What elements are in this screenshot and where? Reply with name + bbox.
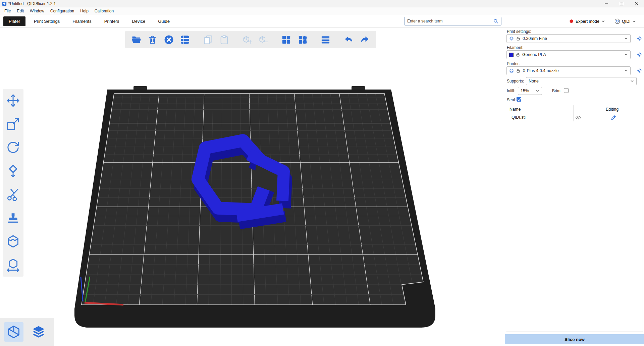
seal-checkbox[interactable] [517,97,521,102]
tab-bar: Plater Print Settings Filaments Printers… [0,15,644,28]
printer-label: Printer: [507,61,520,66]
chevron-down-icon [624,69,628,72]
undo-button[interactable] [342,33,355,47]
build-plate-scene[interactable] [0,28,505,346]
split-to-objects-icon [281,35,291,45]
viewport-3d[interactable] [0,28,505,346]
search-icon [493,19,498,24]
filament-select[interactable]: Generic PLA [506,50,631,59]
menu-configuration[interactable]: Configuration [47,7,77,15]
split-to-parts-button[interactable] [296,33,309,47]
chevron-down-icon [624,37,628,40]
redo-icon [360,35,370,45]
gear-icon [509,36,514,41]
tab-plater[interactable]: Plater [3,16,25,26]
infill-label: Infill: [507,89,515,93]
place-on-face-icon [6,164,20,178]
move-button[interactable] [4,92,22,110]
copy-icon [203,35,213,45]
rotate-icon [6,140,20,155]
qidi-account-icon [614,18,620,24]
lock-icon [516,68,521,73]
print-settings-label: Print settings: [507,29,531,34]
settings-sidebar: Print settings: 0.20mm Fine Filament: Ge… [505,28,644,346]
split-to-parts-icon [298,35,308,45]
app-icon [2,1,7,6]
tab-guide[interactable]: Guide [154,16,174,26]
cut-button[interactable] [4,185,22,204]
editing-icon [610,115,616,121]
remove-instance-button[interactable] [257,33,270,47]
print-settings-gear-button[interactable] [636,36,642,42]
split-to-objects-button[interactable] [280,33,293,47]
menu-help[interactable]: Help [77,7,92,15]
seam-button[interactable] [4,232,22,250]
menu-edit[interactable]: Edit [14,7,27,15]
maximize-button[interactable] [614,0,629,7]
printer-gear-button[interactable] [636,68,642,74]
measure-button[interactable] [4,256,22,274]
open-folder-icon [131,35,142,45]
search-input[interactable] [407,19,493,23]
lock-icon [516,52,520,57]
menu-calibration[interactable]: Calibration [92,7,117,15]
menu-window[interactable]: Window [27,7,47,15]
tab-device[interactable]: Device [127,16,150,26]
rotate-button[interactable] [4,138,22,157]
filament-value: Generic PLA [522,52,546,57]
chevron-down-icon [536,90,539,92]
variable-layer-height-button[interactable] [319,33,332,47]
remove-instance-icon [258,35,269,45]
open-folder-button[interactable] [130,33,143,47]
infill-select[interactable]: 15% [518,87,542,95]
close-icon [635,2,638,5]
object-row[interactable]: QIDI.stl [506,113,643,121]
editor-3d-view-button[interactable] [4,322,23,342]
edit-object-button[interactable] [610,115,616,120]
delete-all-button[interactable] [162,33,175,47]
window-title: *Untitled - QIDISlicer-1.2.1 [8,1,56,6]
menu-file[interactable]: File [1,7,14,15]
search-box[interactable] [404,17,501,25]
copy-button[interactable] [202,33,214,47]
paint-supports-button[interactable] [4,209,22,227]
filament-gear-button[interactable] [636,52,642,58]
delete-all-icon [164,35,174,45]
title-bar[interactable]: *Untitled - QIDISlicer-1.2.1 [0,0,644,7]
view-toggle-bar [0,318,54,346]
filament-label: Filament: [507,45,523,50]
chevron-down-icon [601,20,605,23]
chevron-down-icon [624,53,628,56]
expert-mode-selector[interactable]: Expert mode [569,15,605,28]
paste-button[interactable] [218,33,230,47]
tab-printers[interactable]: Printers [100,16,124,26]
printer-select[interactable]: X-Plus 4 0.4 nozzle [506,66,631,75]
gear-icon [637,68,642,73]
tab-print-settings[interactable]: Print Settings [30,16,64,26]
chevron-down-icon [630,80,634,82]
slice-now-button[interactable]: Slice now [505,334,644,344]
close-button[interactable] [629,0,644,7]
scale-button[interactable] [4,115,22,133]
seal-label: Seal: [507,98,516,102]
brim-checkbox[interactable] [564,88,569,93]
add-instance-button[interactable] [241,33,254,47]
account-menu[interactable]: QIDI [614,15,636,28]
arrange-button[interactable] [178,33,191,47]
supports-select[interactable]: None [526,77,637,85]
print-settings-select[interactable]: 0.20mm Fine [506,34,631,43]
preview-layers-button[interactable] [29,322,48,342]
redo-button[interactable] [359,33,371,47]
delete-button[interactable] [146,33,159,47]
tab-filaments[interactable]: Filaments [68,16,96,26]
printer-icon [509,68,514,73]
object-list: Name Editing QIDI.stl [506,105,643,332]
seam-icon [6,234,20,249]
supports-label: Supports: [507,79,524,83]
minimize-button[interactable] [599,0,614,7]
visibility-toggle[interactable] [575,115,581,120]
place-on-face-button[interactable] [4,162,22,180]
object-name: QIDI.stl [512,115,526,120]
top-toolbar [125,31,376,48]
move-icon [6,93,20,108]
